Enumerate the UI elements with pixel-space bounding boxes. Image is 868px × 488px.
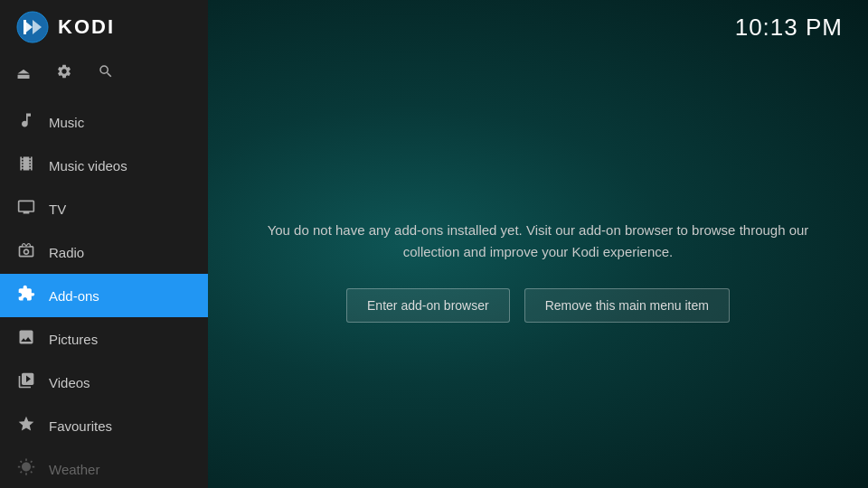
- tv-label: TV: [49, 202, 66, 217]
- pictures-label: Pictures: [49, 332, 98, 347]
- videos-label: Videos: [49, 375, 90, 390]
- sidebar-item-radio[interactable]: Radio: [0, 230, 208, 274]
- sidebar-item-favourites[interactable]: Favourites: [0, 404, 208, 447]
- music-label: Music: [49, 115, 84, 130]
- sidebar-item-tv[interactable]: TV: [0, 187, 208, 230]
- favourites-label: Favourites: [49, 418, 112, 434]
- search-button[interactable]: [98, 63, 114, 84]
- music-videos-icon: [16, 155, 36, 176]
- videos-icon: [16, 371, 36, 393]
- sidebar-item-music-videos[interactable]: Music videos: [0, 144, 208, 187]
- weather-icon: [16, 458, 36, 480]
- remove-menu-item-button[interactable]: Remove this main menu item: [524, 288, 730, 323]
- sidebar-header: KODI: [0, 0, 208, 54]
- info-message: You do not have any add-ons installed ye…: [262, 220, 814, 263]
- radio-label: Radio: [49, 245, 84, 260]
- sidebar-item-pictures[interactable]: Pictures: [0, 317, 208, 361]
- music-videos-label: Music videos: [49, 158, 127, 174]
- center-area: You do not have any add-ons installed ye…: [208, 54, 868, 488]
- toolbar-row: ⏏: [0, 54, 208, 100]
- settings-button[interactable]: [56, 63, 72, 84]
- radio-icon: [16, 241, 36, 263]
- power-button[interactable]: ⏏: [16, 64, 31, 83]
- sidebar-nav: Music Music videos TV Radio: [0, 100, 208, 488]
- action-buttons: Enter add-on browser Remove this main me…: [346, 288, 730, 323]
- topbar: 10:13 PM: [208, 0, 868, 54]
- clock: 10:13 PM: [735, 14, 843, 42]
- svg-rect-3: [24, 20, 26, 34]
- music-icon: [16, 111, 36, 133]
- favourites-icon: [16, 415, 36, 436]
- weather-label: Weather: [49, 462, 99, 477]
- sidebar-item-add-ons[interactable]: Add-ons: [0, 274, 208, 317]
- add-ons-icon: [16, 285, 36, 306]
- sidebar-item-weather[interactable]: Weather: [0, 447, 208, 488]
- app-title: KODI: [58, 15, 115, 39]
- main-content: 10:13 PM You do not have any add-ons ins…: [208, 0, 868, 488]
- kodi-logo-icon: [16, 11, 49, 43]
- add-ons-label: Add-ons: [49, 288, 99, 304]
- enter-addon-browser-button[interactable]: Enter add-on browser: [346, 288, 510, 323]
- sidebar-item-music[interactable]: Music: [0, 100, 208, 144]
- pictures-icon: [16, 328, 36, 350]
- tv-icon: [16, 198, 36, 220]
- sidebar: KODI ⏏ Music Music videos: [0, 0, 208, 488]
- sidebar-item-videos[interactable]: Videos: [0, 361, 208, 404]
